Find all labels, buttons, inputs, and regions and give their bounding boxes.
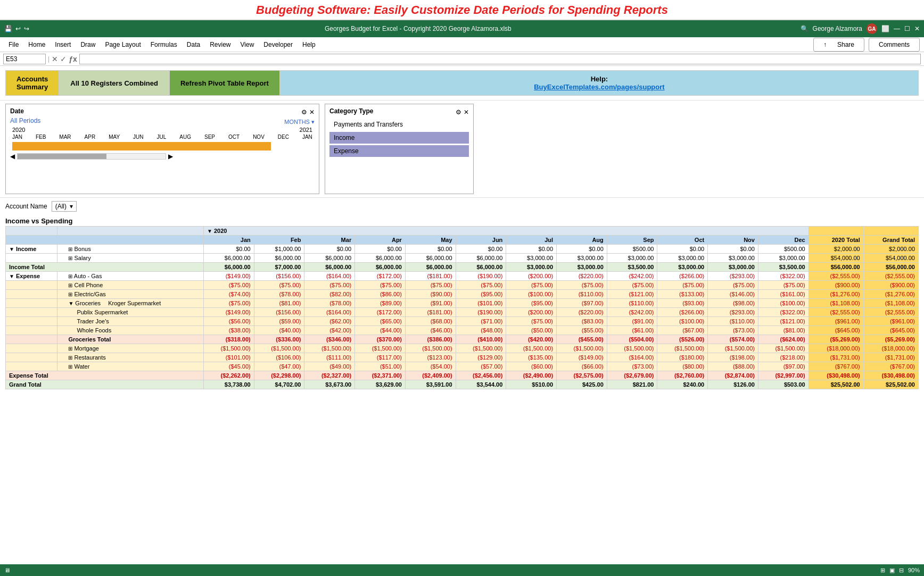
table-row: Income Total $6,000.00 $7,000.00 $6,000.…	[6, 263, 919, 272]
dropdown-arrow-icon: ▾	[70, 203, 73, 210]
account-dropdown[interactable]: (All) ▾	[52, 201, 77, 212]
table-row: Trader Joe's ($56.00) ($59.00) ($62.00) …	[6, 317, 919, 326]
table-row: ▼ Expense ⊞ Auto - Gas ($149.00) ($156.0…	[6, 272, 919, 281]
th-cat1	[6, 236, 57, 245]
col-category1	[6, 227, 57, 236]
table-row: Publix Supermarket ($149.00) ($156.00) (…	[6, 308, 919, 317]
share-button[interactable]: ↑ Share	[813, 38, 864, 52]
close-icon[interactable]: ✕	[914, 25, 920, 32]
confirm-formula-icon[interactable]: ✓	[60, 55, 67, 63]
month-row: JAN FEB MAR APR MAY JUN JUL AUG SEP OCT …	[10, 133, 315, 141]
date-close-icon[interactable]: ✕	[309, 108, 315, 116]
year-header: ▼ 2020	[204, 227, 809, 236]
income-total-label: Income Total	[6, 263, 204, 272]
th-2020total: 2020 Total	[808, 236, 863, 245]
table-row: ⊞ Cell Phone ($75.00) ($75.00) ($75.00) …	[6, 281, 919, 290]
minimize-icon[interactable]: —	[894, 25, 900, 32]
th-sep: Sep	[607, 236, 657, 245]
mortgage-label: ⊞ Mortgage	[57, 344, 204, 353]
insert-function-icon[interactable]: ƒx	[69, 55, 77, 63]
account-filter-row: Account Name (All) ▾	[0, 197, 924, 215]
scroll-right-icon[interactable]: ▶	[168, 153, 173, 160]
excel-titlebar: 💾 ↩ ↪ Georges Budget for Excel - Copyrig…	[0, 20, 924, 37]
comments-button[interactable]: Comments	[869, 38, 920, 52]
refresh-pivot-button[interactable]: Refresh Pivot Table Report	[169, 70, 280, 96]
table-row: ⊞ Salary $6,000.00 $6,000.00 $6,000.00 $…	[6, 254, 919, 263]
th-oct: Oct	[657, 236, 708, 245]
menu-data[interactable]: Data	[183, 39, 204, 50]
th-mar: Mar	[304, 236, 355, 245]
all-periods-label[interactable]: All Periods	[10, 117, 40, 124]
ribbon-display-icon[interactable]: ⬜	[881, 25, 889, 32]
title-banner: Budgeting Software: Easily Customize Dat…	[0, 0, 924, 20]
th-aug: Aug	[557, 236, 607, 245]
accounts-summary-button[interactable]: Accounts Summary	[5, 70, 59, 96]
budget-table: ▼ 2020 Jan Feb Mar Apr May Jun Jul Aug S…	[5, 226, 919, 389]
col-grandtotal-header	[863, 227, 918, 236]
save-icon[interactable]: 💾	[4, 25, 12, 32]
month-slider[interactable]	[12, 142, 271, 151]
table-row: Grand Total $3,738.00 $4,702.00 $3,673.0…	[6, 380, 919, 389]
table-row: ⊞ Electric/Gas ($74.00) ($78.00) ($82.00…	[6, 290, 919, 299]
ivs-section-title: Income vs Spending	[0, 215, 924, 225]
formula-separator: |	[48, 55, 50, 63]
date-filter-icon[interactable]: ⚙	[301, 108, 307, 116]
maximize-icon[interactable]: ☐	[904, 25, 910, 32]
th-jan: Jan	[204, 236, 254, 245]
menu-view[interactable]: View	[236, 39, 259, 50]
table-row: Whole Foods ($38.00) ($40.00) ($42.00) (…	[6, 326, 919, 335]
menu-bar: File Home Insert Draw Page Layout Formul…	[0, 37, 924, 52]
table-row: ⊞ Water ($45.00) ($47.00) ($49.00) ($51.…	[6, 362, 919, 371]
formula-bar: E53 | ✕ ✓ ƒx	[0, 52, 924, 66]
wholefoods-label: Whole Foods	[57, 326, 204, 335]
scrollbar-track[interactable]	[17, 153, 166, 160]
auto-gas-label: ⊞ Auto - Gas	[57, 272, 204, 281]
category-expense[interactable]: Expense	[329, 145, 469, 157]
redo-icon[interactable]: ↪	[24, 25, 29, 32]
category-payments[interactable]: Payments and Transfers	[329, 119, 469, 130]
quick-access-toolbar[interactable]: 💾 ↩ ↪	[4, 25, 29, 32]
table-row: Expense Total ($2,262.00) ($2,298.00) ($…	[6, 371, 919, 380]
menu-insert[interactable]: Insert	[51, 39, 75, 50]
category-filter-panel: Category Type ⚙ ✕ Payments and Transfers…	[325, 104, 474, 194]
category-income[interactable]: Income	[329, 132, 469, 144]
th-jun: Jun	[456, 236, 506, 245]
category-close-icon[interactable]: ✕	[464, 108, 469, 116]
formula-input[interactable]	[79, 54, 921, 64]
th-cat2	[57, 236, 204, 245]
publix-label: Publix Supermarket	[57, 308, 204, 317]
table-row: ⊞ Mortgage ($1,500.00) ($1,500.00) ($1,5…	[6, 344, 919, 353]
user-area: 🔍 George Alzamora GA ⬜ — ☐ ✕	[801, 23, 920, 34]
th-may: May	[405, 236, 456, 245]
table-row: ▼ Groceries Kroger Supermarket ($75.00) …	[6, 299, 919, 308]
menu-formulas[interactable]: Formulas	[146, 39, 182, 50]
menu-developer[interactable]: Developer	[259, 39, 297, 50]
cancel-formula-icon[interactable]: ✕	[52, 55, 58, 63]
category-panel-title: Category Type	[329, 107, 373, 115]
category-filter-icon[interactable]: ⚙	[456, 108, 461, 116]
year-row: 2020 2021	[10, 127, 315, 133]
data-table-wrapper: ▼ 2020 Jan Feb Mar Apr May Jun Jul Aug S…	[0, 225, 924, 389]
undo-icon[interactable]: ↩	[15, 25, 21, 32]
name-box[interactable]: E53	[3, 54, 46, 64]
menu-review[interactable]: Review	[205, 39, 235, 50]
months-dropdown[interactable]: MONTHS ▾	[284, 119, 315, 126]
menu-help[interactable]: Help	[298, 39, 320, 50]
menu-file[interactable]: File	[4, 39, 23, 50]
search-icon[interactable]: 🔍	[801, 25, 808, 32]
date-filter-panel: Date ⚙ ✕ All Periods MONTHS ▾ 2020 2021 …	[5, 104, 319, 194]
all-registers-button[interactable]: All 10 Registers Combined	[59, 70, 169, 96]
electric-gas-label: ⊞ Electric/Gas	[57, 290, 204, 299]
menu-share-area: ↑ Share Comments	[813, 38, 920, 52]
menu-draw[interactable]: Draw	[76, 39, 100, 50]
col-category2	[57, 227, 204, 236]
table-row: Groceries Total ($318.00) ($336.00) ($34…	[6, 335, 919, 344]
account-value: (All)	[55, 203, 67, 210]
scroll-left-icon[interactable]: ◀	[10, 153, 15, 160]
water-label: ⊞ Water	[57, 362, 204, 371]
menu-page-layout[interactable]: Page Layout	[101, 39, 145, 50]
expense-total-label: Expense Total	[6, 371, 204, 380]
menu-home[interactable]: Home	[24, 39, 50, 50]
th-feb: Feb	[254, 236, 304, 245]
help-url[interactable]: BuyExcelTemplates.com/pages/support	[534, 83, 664, 91]
